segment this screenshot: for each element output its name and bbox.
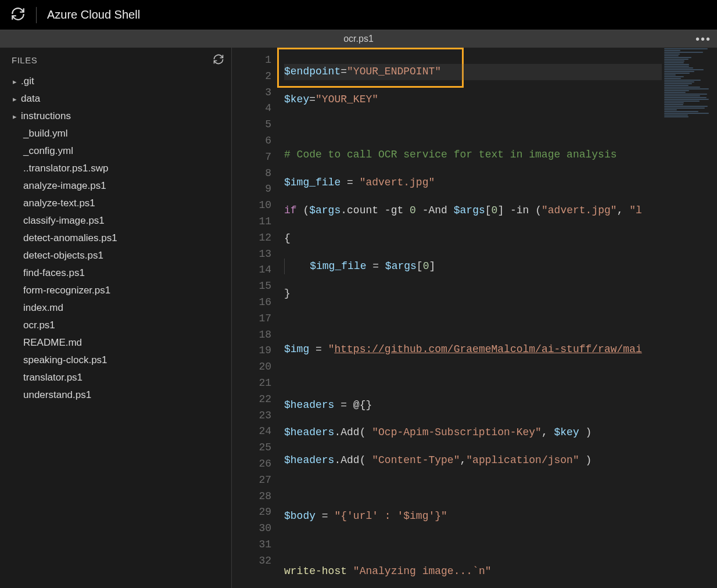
- folder-data[interactable]: ▸data: [0, 90, 231, 107]
- tabbar: ocr.ps1 •••: [0, 30, 717, 48]
- file-item[interactable]: ..translator.ps1.swp: [0, 160, 231, 177]
- chevron-right-icon: ▸: [13, 77, 17, 86]
- file-item[interactable]: analyze-image.ps1: [0, 177, 231, 195]
- titlebar: Azure Cloud Shell: [0, 0, 717, 30]
- file-item[interactable]: index.md: [0, 299, 231, 317]
- refresh-files-icon[interactable]: [213, 53, 224, 67]
- file-item[interactable]: translator.ps1: [0, 369, 231, 386]
- app-title: Azure Cloud Shell: [47, 8, 140, 21]
- file-item[interactable]: _build.yml: [0, 125, 231, 142]
- file-item[interactable]: speaking-clock.ps1: [0, 352, 231, 369]
- chevron-right-icon: ▸: [13, 112, 17, 121]
- file-item[interactable]: classify-image.ps1: [0, 212, 231, 230]
- code-area[interactable]: $endpoint="YOUR_ENDPOINT" $key="YOUR_KEY…: [284, 48, 662, 588]
- file-item[interactable]: README.md: [0, 334, 231, 352]
- file-item[interactable]: detect-objects.ps1: [0, 247, 231, 264]
- line-gutter: 1234567891011121314151617181920212223242…: [232, 48, 284, 588]
- file-item[interactable]: analyze-text.ps1: [0, 195, 231, 212]
- chevron-right-icon: ▸: [13, 95, 17, 103]
- files-header-label: FILES: [12, 55, 37, 65]
- refresh-icon[interactable]: [10, 6, 26, 24]
- file-item[interactable]: _config.yml: [0, 142, 231, 160]
- file-item[interactable]: understand.ps1: [0, 386, 231, 404]
- file-explorer: FILES ▸.git ▸data ▸instructions _build.y…: [0, 48, 232, 588]
- folder-instructions[interactable]: ▸instructions: [0, 107, 231, 125]
- file-item[interactable]: find-faces.ps1: [0, 264, 231, 282]
- more-icon[interactable]: •••: [696, 33, 711, 46]
- file-item[interactable]: ocr.ps1: [0, 317, 231, 334]
- file-item[interactable]: detect-anomalies.ps1: [0, 230, 231, 247]
- file-item[interactable]: form-recognizer.ps1: [0, 282, 231, 299]
- files-header: FILES: [0, 51, 231, 71]
- folder-git[interactable]: ▸.git: [0, 73, 231, 90]
- file-tree: ▸.git ▸data ▸instructions _build.yml _co…: [0, 71, 231, 405]
- minimap[interactable]: [662, 48, 717, 588]
- workspace: FILES ▸.git ▸data ▸instructions _build.y…: [0, 48, 717, 588]
- title-divider: [36, 7, 37, 23]
- code-editor[interactable]: 1234567891011121314151617181920212223242…: [232, 48, 717, 588]
- tab-filename[interactable]: ocr.ps1: [343, 34, 374, 44]
